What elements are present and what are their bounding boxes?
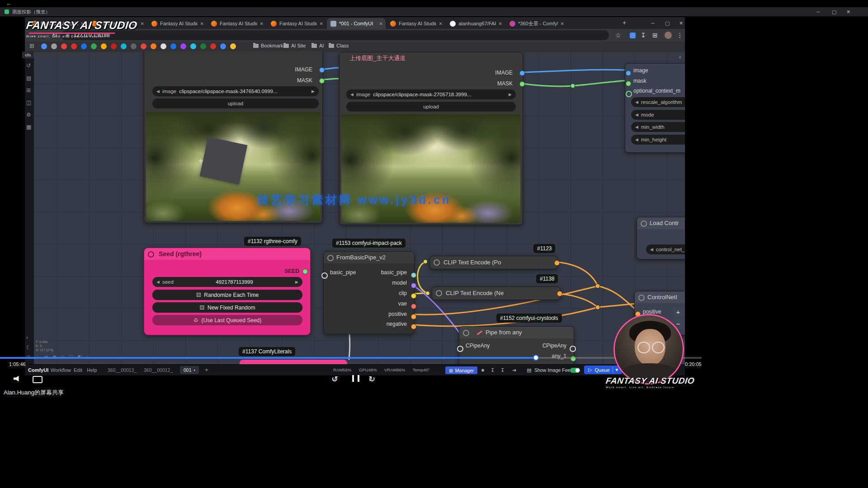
- output-dot-optional[interactable]: [626, 91, 632, 97]
- video-progress-bar[interactable]: [0, 357, 702, 359]
- menu-edit[interactable]: Edit: [74, 365, 82, 375]
- favicon[interactable]: [220, 43, 226, 49]
- bookmark-folder[interactable]: AI: [311, 43, 324, 48]
- menu-comfyui[interactable]: ComfyUI: [28, 365, 48, 375]
- image-widget[interactable]: ◀ image clipspace/clipspace-mask-3476540…: [152, 86, 319, 96]
- clip-text-encode-pos-node[interactable]: CLIP Text Encode (Po: [429, 256, 558, 269]
- output-dot-negative[interactable]: [411, 324, 416, 329]
- queue-button[interactable]: ▷ Queue ▾: [584, 366, 622, 374]
- output-dot-image[interactable]: [519, 70, 525, 76]
- tab-close-icon[interactable]: ✕: [379, 21, 383, 26]
- browser-maximize-icon[interactable]: ▢: [665, 19, 670, 28]
- control-net-widget[interactable]: ◀ control_net_: [646, 244, 685, 254]
- browser-close-icon[interactable]: ✕: [679, 19, 683, 28]
- favicon[interactable]: [170, 43, 176, 49]
- browser-tab[interactable]: Fantasy AI Studio ✕: [148, 18, 207, 29]
- favicon[interactable]: [121, 43, 127, 49]
- minimize-icon[interactable]: ─: [816, 7, 820, 16]
- favicon[interactable]: [160, 43, 166, 49]
- output-dot-mask[interactable]: [519, 81, 525, 87]
- browser-tab[interactable]: Fantasy AI Studio ✕: [387, 18, 445, 29]
- output-dot-model[interactable]: [411, 283, 416, 288]
- image-widget[interactable]: ◀ image clipspace/clipspace-mask-2705718…: [346, 89, 516, 99]
- collapse-dot[interactable]: [641, 221, 647, 227]
- workflow-tab[interactable]: 360__00012_: [144, 365, 173, 375]
- prev-icon[interactable]: ◀: [635, 113, 638, 117]
- star-icon[interactable]: ★: [481, 365, 485, 375]
- output-dot-image[interactable]: [319, 67, 325, 73]
- extensions-icon[interactable]: ⊞: [652, 29, 658, 42]
- tab-close-icon[interactable]: ✕: [141, 21, 144, 26]
- output-dot-conditioning[interactable]: [557, 291, 562, 296]
- volume-button[interactable]: [14, 375, 21, 382]
- tab-close-icon[interactable]: ✕: [561, 21, 564, 26]
- upload-button[interactable]: upload: [152, 99, 319, 108]
- favicon[interactable]: [151, 43, 156, 49]
- output-dot-image[interactable]: [626, 70, 631, 76]
- rescale-widget[interactable]: ◀ rescale_algorithm: [631, 97, 685, 107]
- next-icon[interactable]: ▶: [295, 280, 298, 284]
- upload-button[interactable]: upload: [346, 102, 516, 112]
- favicon[interactable]: [131, 43, 137, 49]
- browser-tab[interactable]: alanhuang67/FAI-Too ✕: [446, 18, 505, 29]
- model-library-icon[interactable]: ◫: [26, 99, 31, 106]
- clip-text-encode-neg-node[interactable]: CLIP Text Encode (Ne: [432, 286, 561, 300]
- subtitle-button[interactable]: [33, 376, 42, 383]
- url-bar[interactable]: ◉ 127.0.0.1:8188: [61, 30, 609, 40]
- menu-workflow[interactable]: Workflow: [51, 365, 71, 375]
- bookmark-folder[interactable]: Class: [329, 43, 349, 48]
- output-dot-cpipeany[interactable]: [570, 346, 576, 352]
- show-image-feed-label[interactable]: Show Image Feed: [534, 365, 573, 375]
- comfyui-canvas[interactable]: IMAGE MASK ◀ image clipspace/clipspace-m…: [25, 52, 685, 364]
- favicon[interactable]: [51, 43, 57, 49]
- browser-tab[interactable]: Fantasy AI Studio ✕: [267, 18, 326, 29]
- back-arrow-icon[interactable]: ←: [6, 0, 12, 7]
- zoom-in-button[interactable]: +: [673, 307, 684, 317]
- history-icon[interactable]: ↺: [26, 62, 31, 69]
- downloads-icon[interactable]: ↧: [641, 29, 646, 42]
- favicon[interactable]: [180, 43, 186, 49]
- output-dot-mask[interactable]: [319, 78, 325, 84]
- bookmark-folder[interactable]: Bookmark: [253, 43, 283, 48]
- load-controlnet-node[interactable]: Load Contr ◀ control_net_: [637, 217, 685, 259]
- clipped-pink-node[interactable]: [240, 360, 347, 364]
- tab-close-icon[interactable]: ✕: [260, 21, 264, 26]
- prev-icon[interactable]: ◀: [156, 280, 160, 284]
- profile-avatar[interactable]: [665, 32, 672, 39]
- favicon[interactable]: [81, 43, 87, 49]
- theme-icon[interactable]: ☾: [26, 344, 31, 351]
- input-dot-cpipeany[interactable]: [457, 346, 463, 352]
- download-icon[interactable]: ↧: [500, 365, 505, 375]
- workflows-icon[interactable]: ⚙: [26, 112, 31, 118]
- new-tab-button[interactable]: +: [623, 19, 626, 26]
- prev-icon[interactable]: ◀: [650, 247, 653, 252]
- collapse-dot[interactable]: [463, 330, 469, 336]
- forward-button[interactable]: ↻30: [368, 374, 379, 384]
- collapse-dot[interactable]: [434, 259, 440, 266]
- favicon[interactable]: [41, 43, 47, 49]
- input-dot-basic-pipe[interactable]: [321, 272, 328, 279]
- prev-icon[interactable]: ◀: [350, 92, 354, 97]
- collapse-dot[interactable]: [327, 255, 334, 261]
- rewind-button[interactable]: ↺10: [331, 374, 342, 384]
- output-dot-positive[interactable]: [411, 314, 416, 319]
- prev-icon[interactable]: ◀: [635, 100, 638, 104]
- favicon[interactable]: [210, 43, 216, 49]
- from-basic-pipe-node[interactable]: FromBasicPipe_v2 basic_pipe basic_pipe m…: [323, 251, 415, 334]
- randomize-button[interactable]: ⚄ Randomize Each Time: [152, 290, 302, 300]
- tab-close-icon[interactable]: ✕: [200, 21, 204, 26]
- prev-icon[interactable]: ◀: [156, 89, 160, 94]
- tab-close-icon[interactable]: ✕: [499, 21, 502, 26]
- browser-minimize-icon[interactable]: ─: [651, 19, 655, 28]
- apps-icon[interactable]: ⊞: [29, 42, 34, 49]
- tab-close-icon[interactable]: ✕: [320, 21, 323, 26]
- tab-close-icon[interactable]: ✕: [439, 21, 443, 26]
- collapse-dot[interactable]: [148, 251, 154, 258]
- favicon[interactable]: [200, 43, 206, 49]
- browser-tab[interactable]: *360全景 - ComfyUI ✕: [506, 18, 567, 29]
- next-icon[interactable]: ▶: [311, 89, 315, 94]
- favicon[interactable]: [111, 43, 117, 49]
- output-dot-seed[interactable]: [302, 269, 308, 274]
- output-dot-mask[interactable]: [626, 81, 631, 86]
- favicon[interactable]: [230, 43, 236, 49]
